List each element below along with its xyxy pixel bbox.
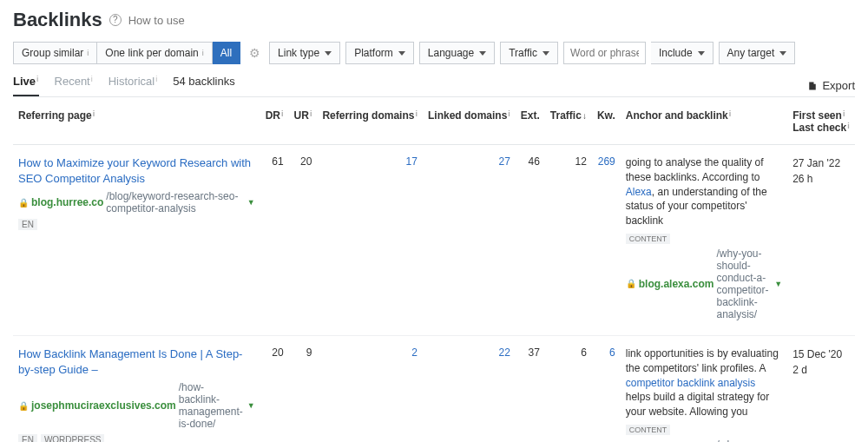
referring-page-title[interactable]: How to Maximize your Keyword Research wi… (18, 155, 255, 187)
linked-domains-value[interactable]: 27 (498, 155, 510, 168)
export-icon (807, 81, 818, 91)
chevron-down-icon (542, 51, 549, 56)
one-link-button[interactable]: One link per domaini (97, 42, 212, 64)
anchor-snippet: link opportunities is by evaluating the … (626, 346, 782, 419)
group-similar-button[interactable]: Group similari (13, 42, 97, 64)
search-input-wrapper (563, 42, 646, 64)
dr-value: 20 (260, 335, 289, 442)
chevron-down-icon[interactable]: ▼ (774, 280, 782, 288)
include-filter[interactable]: Include (651, 42, 713, 64)
dr-value: 61 (260, 145, 289, 336)
traffic-filter[interactable]: Traffic (500, 42, 558, 64)
tab-recent[interactable]: Recenti (55, 75, 93, 95)
traffic-value: 12 (545, 145, 592, 336)
backlinks-count: 54 backlinks (173, 75, 235, 88)
tag: EN (18, 434, 37, 442)
export-button[interactable]: Export (807, 79, 855, 92)
table-row: How Backlink Management Is Done | A Step… (13, 335, 855, 442)
platform-filter[interactable]: Platform (345, 42, 414, 64)
chevron-down-icon[interactable]: ▼ (247, 198, 255, 207)
lock-icon: 🔒 (626, 279, 636, 288)
ext-value: 46 (516, 145, 545, 336)
chevron-down-icon (325, 51, 332, 56)
tab-live[interactable]: Livei (13, 75, 39, 96)
lock-icon: 🔒 (18, 198, 29, 208)
col-dates[interactable]: First seeniLast checki (787, 97, 855, 145)
tab-historical[interactable]: Historicali (108, 75, 157, 95)
content-tag: CONTENT (626, 234, 671, 244)
col-ref-domains[interactable]: Referring domainsi (317, 97, 423, 145)
col-ur[interactable]: URi (289, 97, 318, 145)
lock-icon: 🔒 (18, 401, 29, 411)
any-target-filter[interactable]: Any target (719, 42, 796, 64)
col-traffic[interactable]: Traffic↓ (545, 97, 592, 145)
chevron-down-icon (779, 51, 786, 56)
ur-value: 20 (289, 145, 318, 336)
col-dr[interactable]: DRi (260, 97, 289, 145)
how-to-use-link[interactable]: How to use (128, 14, 185, 27)
chevron-down-icon[interactable]: ▼ (247, 401, 255, 410)
backlink-target-url[interactable]: 🔒blog.alexa.com/why-you-should-conduct-a… (626, 247, 782, 320)
date-cell: 27 Jan '2226 h (787, 145, 855, 336)
referring-page-url[interactable]: 🔒josephmuciraexclusives.com/how-backlink… (18, 381, 255, 430)
info-icon[interactable]: ? (109, 14, 122, 26)
col-referring-page[interactable]: Referring pagei (13, 97, 260, 145)
all-button[interactable]: All (213, 42, 240, 64)
page-title: Backlinks (13, 9, 102, 31)
ext-value: 37 (516, 335, 545, 442)
ref-domains-value[interactable]: 2 (411, 346, 418, 359)
ref-domains-value[interactable]: 17 (406, 155, 418, 168)
anchor-snippet: going to analyse the quality of these ba… (626, 155, 782, 228)
referring-page-title[interactable]: How Backlink Management Is Done | A Step… (18, 346, 255, 378)
col-ext[interactable]: Ext. (516, 97, 545, 145)
date-cell: 15 Dec '202 d (787, 335, 855, 442)
tag: WORDPRESS (41, 434, 105, 442)
col-linked-domains[interactable]: Linked domainsi (423, 97, 516, 145)
referring-page-url[interactable]: 🔒blog.hurree.co/blog/keyword-research-se… (18, 190, 255, 214)
search-input[interactable] (570, 47, 639, 59)
sort-down-icon: ↓ (582, 111, 587, 121)
content-tag: CONTENT (626, 425, 671, 435)
language-filter[interactable]: Language (419, 42, 495, 64)
link-type-filter[interactable]: Link type (269, 42, 340, 64)
gear-icon[interactable]: ⚙ (246, 46, 264, 60)
chevron-down-icon (698, 51, 705, 56)
tag: EN (18, 219, 37, 230)
backlink-target-url[interactable]: 🔒blog.alexa.com/why-you-should-conduct-a… (626, 439, 782, 442)
ur-value: 9 (289, 335, 318, 442)
linked-domains-value[interactable]: 22 (498, 346, 510, 359)
kw-value[interactable]: 269 (598, 155, 615, 168)
col-anchor[interactable]: Anchor and backlinki (621, 97, 787, 145)
traffic-value: 6 (545, 335, 592, 442)
backlinks-table: Referring pagei DRi URi Referring domain… (13, 97, 855, 442)
kw-value[interactable]: 6 (609, 346, 615, 359)
chevron-down-icon (398, 51, 405, 56)
col-kw[interactable]: Kw. (592, 97, 621, 145)
chevron-down-icon (479, 51, 486, 56)
table-row: How to Maximize your Keyword Research wi… (13, 145, 855, 336)
